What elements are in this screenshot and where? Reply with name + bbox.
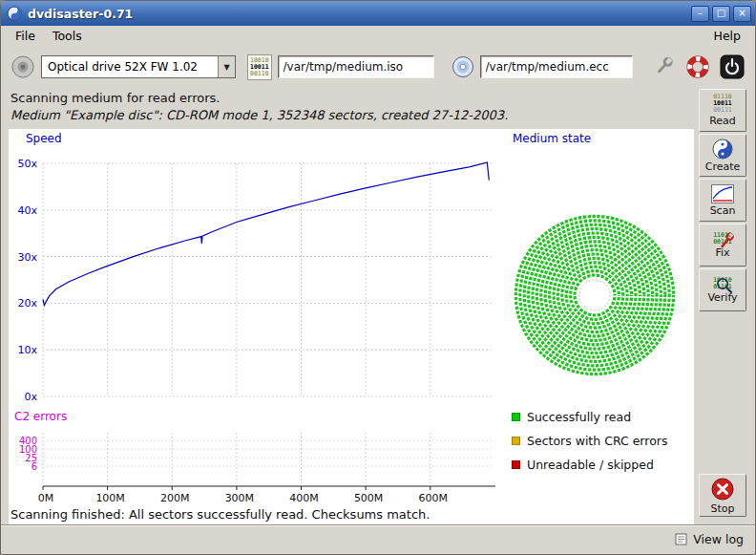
drive-select[interactable]: Optical drive 52X FW 1.02 ▼ — [41, 55, 236, 78]
action-sidebar: 01110 10011 00111 Read Create Scan — [694, 89, 751, 524]
legend-item: Sectors with CRC errors — [512, 429, 667, 453]
x-tick-label: 600M — [419, 492, 449, 504]
titlebar: dvdisaster-0.71 – □ × — [1, 1, 755, 26]
quit-button[interactable] — [719, 53, 746, 80]
toolbar: Optical drive 52X FW 1.02 ▼ 10010 10011 … — [1, 45, 755, 89]
x-tick-label: 500M — [354, 492, 384, 504]
menu-tools[interactable]: Tools — [44, 27, 91, 45]
yin-yang-icon — [712, 139, 733, 160]
view-log-label: View log — [693, 532, 744, 546]
speed-y-tick-label: 20x — [17, 297, 37, 310]
legend-label: Sectors with CRC errors — [527, 434, 667, 448]
x-tick-label: 200M — [160, 492, 190, 504]
binary-wrench-icon: 11010 00101 — [713, 232, 732, 245]
legend-swatch — [512, 437, 520, 445]
menu-file[interactable]: File — [7, 27, 44, 45]
status-action: Scanning medium for read errors. — [10, 91, 694, 105]
power-icon — [720, 54, 745, 79]
c2-y-tick-label: 6 — [32, 461, 37, 472]
speed-y-tick-label: 0x — [24, 391, 37, 403]
x-tick-label: 0M — [38, 492, 54, 504]
verify-button[interactable]: 10110 01101 Verify — [699, 268, 746, 311]
drive-select-value: Optical drive 52X FW 1.02 — [42, 56, 218, 77]
stop-button[interactable]: Stop — [699, 474, 746, 517]
binary-magnifier-icon: 10110 01101 — [713, 277, 732, 290]
ecc-disc-icon — [452, 55, 474, 78]
c2-chart-title: C2 errors — [14, 410, 67, 423]
medium-disc-ring — [571, 271, 620, 320]
red-wrench-icon — [712, 231, 737, 254]
menubar: File Tools Help — [1, 26, 755, 45]
status-medium-info: Medium "Example disc": CD-ROM mode 1, 35… — [10, 108, 694, 122]
speed-curve — [43, 162, 489, 305]
speed-chart-title: Speed — [26, 132, 62, 145]
legend-swatch — [512, 413, 520, 421]
chevron-down-icon[interactable]: ▼ — [218, 56, 235, 77]
menu-help[interactable]: Help — [705, 27, 750, 45]
stop-icon — [710, 477, 735, 502]
fix-button[interactable]: 11010 00101 Fix — [699, 224, 746, 267]
maximize-icon[interactable]: □ — [712, 6, 730, 22]
log-icon — [675, 533, 687, 545]
medium-state-title: Medium state — [513, 132, 591, 145]
magnifier-icon — [712, 276, 737, 299]
drive-icon — [10, 54, 35, 79]
close-icon[interactable]: × — [733, 6, 751, 22]
scan-button[interactable]: Scan — [699, 179, 746, 222]
medium-state-legend: Successfully read Sectors with CRC error… — [512, 405, 667, 477]
create-button[interactable]: Create — [699, 134, 746, 177]
medium-disc-ring — [557, 258, 631, 331]
view-log-button[interactable]: View log — [671, 531, 747, 547]
legend-swatch — [512, 460, 520, 469]
read-button[interactable]: 01110 10011 00111 Read — [699, 89, 746, 132]
x-tick-label: 300M — [225, 492, 255, 504]
speed-y-tick-label: 40x — [17, 204, 37, 217]
iso-file-icon: 10010 10011 00110 — [247, 54, 272, 80]
help-button[interactable] — [684, 53, 711, 80]
window-icon — [7, 6, 22, 21]
x-tick-label: 400M — [289, 492, 319, 504]
speed-y-tick-label: 30x — [17, 251, 37, 264]
medium-disc-ring — [545, 245, 644, 345]
legend-item: Successfully read — [512, 405, 667, 429]
legend-label: Unreadable / skipped — [527, 458, 654, 472]
medium-disc-ring — [515, 216, 673, 374]
medium-disc-ring — [533, 233, 657, 357]
speed-y-tick-label: 50x — [17, 158, 37, 170]
legend-item: Unreadable / skipped — [512, 453, 667, 477]
medium-disc-hub — [579, 280, 610, 310]
x-tick-label: 100M — [95, 492, 125, 504]
status-area: Scanning medium for read errors. Medium … — [1, 89, 694, 129]
binary-read-icon: 01110 10011 00111 — [713, 94, 732, 114]
speed-y-tick-label: 10x — [17, 344, 37, 356]
scan-result-status: Scanning finished: All sectors successfu… — [10, 507, 430, 522]
lifebuoy-icon — [685, 54, 710, 79]
preferences-button[interactable] — [650, 53, 677, 80]
medium-disc-ring — [575, 275, 615, 315]
footer-bar: View log — [1, 524, 755, 554]
legend-label: Successfully read — [527, 410, 631, 424]
app-window: dvdisaster-0.71 – □ × File Tools Help Op… — [0, 0, 756, 555]
iso-path-input[interactable] — [278, 55, 434, 78]
minimize-icon[interactable]: – — [691, 6, 709, 22]
mini-chart-icon — [711, 184, 734, 203]
wrench-icon — [651, 54, 676, 79]
window-title: dvdisaster-0.71 — [28, 7, 133, 21]
window-controls: – □ × — [691, 6, 751, 22]
ecc-path-input[interactable] — [480, 55, 633, 78]
results-canvas: 0x10x20x30x40x50x0M100M200M300M400M500M6… — [9, 129, 694, 524]
